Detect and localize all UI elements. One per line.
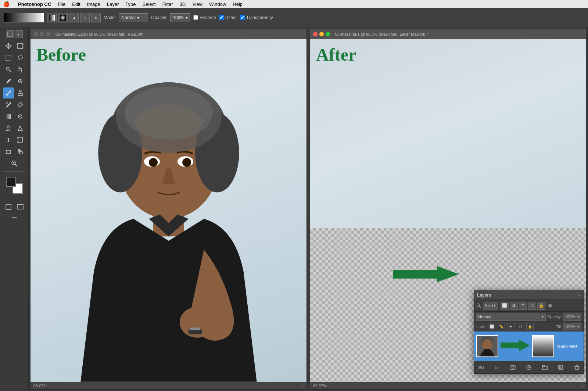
create-new-layer-btn[interactable] [556,363,565,372]
app-name[interactable]: Photoshop CC [18,1,51,7]
canvas-arrow [393,264,459,286]
before-scroll-arrow[interactable]: › [302,384,304,388]
layers-filter-row: Kind ▾ ⬜ ◑ T ⬡ 🔒 [474,300,584,312]
eraser-tool[interactable] [15,99,26,110]
opacity-value[interactable]: 100% ▾ [563,313,581,321]
add-mask-btn[interactable] [508,363,517,372]
svg-rect-17 [6,150,11,154]
filter-adjustment-icon[interactable]: ◑ [510,302,518,310]
layers-footer: fx [474,361,584,373]
svg-point-36 [125,87,213,140]
maximize-btn-before[interactable] [46,32,50,36]
angle-gradient-btn[interactable]: ◢ [69,13,79,22]
minimize-btn-before[interactable] [40,32,44,36]
gradient-preview[interactable] [4,13,44,22]
filter-type-icon[interactable]: T [519,302,527,310]
create-adjustment-btn[interactable] [524,363,533,372]
reflected-gradient-btn[interactable]: ◇ [80,13,90,22]
filter-pixel-icon[interactable]: ⬜ [501,302,509,310]
opacity-value[interactable]: 100% ▾ [170,13,190,22]
close-btn-after[interactable] [313,32,318,36]
rectangular-marquee-tool[interactable] [3,52,14,63]
history-brush-tool[interactable] [3,99,14,110]
menu-help[interactable]: Help [233,1,243,7]
menu-window[interactable]: Window [209,1,226,7]
radial-gradient-btn[interactable] [58,13,68,22]
dither-checkbox[interactable] [219,15,224,20]
foreground-color-swatch[interactable] [6,177,16,187]
after-doc-canvas[interactable]: After [310,39,586,382]
hand-tool[interactable] [15,146,26,157]
eyedropper-tool[interactable] [3,76,14,87]
svg-line-19 [15,164,17,166]
add-style-btn[interactable]: fx [492,363,501,372]
menu-file[interactable]: File [58,1,65,7]
artboard-tool[interactable] [15,40,26,51]
lock-transparent-btn[interactable]: ⬜ [488,323,495,330]
delete-layer-btn[interactable] [573,363,581,372]
minimize-btn-after[interactable] [319,32,324,36]
rectangle-tool[interactable] [3,146,14,157]
screen-mode-btn[interactable] [6,30,14,38]
screen-mode-normal[interactable] [3,201,14,212]
filter-shape-icon[interactable]: ⬡ [528,302,536,310]
dodge-tool[interactable] [3,123,14,134]
transparency-checkbox[interactable] [240,15,245,20]
reverse-checkbox[interactable] [193,15,198,20]
pen-tool[interactable] [15,123,26,134]
layer-mask-thumbnail [532,335,554,357]
layer-item[interactable]: Mask Me! [474,331,584,361]
svg-point-13 [19,126,21,127]
lock-position-btn[interactable]: ✛ [507,323,514,330]
quick-select-tool[interactable] [3,64,14,75]
gradient-tool[interactable] [3,111,14,122]
fill-value[interactable]: 100% ▾ [563,323,581,330]
svg-line-56 [480,306,481,308]
svg-point-55 [477,304,480,306]
diamond-gradient-btn[interactable]: ◈ [91,13,101,22]
crop-tool[interactable] [15,64,26,75]
lock-artboard-btn[interactable]: ⬡ [517,323,524,330]
blend-mode-dropdown[interactable]: Normal ▾ [476,313,546,321]
maximize-btn-after[interactable] [326,32,330,36]
clone-stamp-tool[interactable] [15,87,26,98]
more-tools-btn[interactable]: ••• [11,215,17,220]
layers-panel-menu-icon[interactable]: ≡ [578,292,581,298]
menu-view[interactable]: View [192,1,202,7]
lock-label: Lock: [476,324,486,329]
menu-select[interactable]: Select [142,1,155,7]
menu-layer[interactable]: Layer [107,1,119,7]
zoom-tool[interactable] [9,158,20,169]
blur-tool[interactable] [15,111,26,122]
filter-kind-dropdown[interactable]: Kind ▾ [483,302,498,310]
menu-filter[interactable]: Filter [162,1,173,7]
path-select-tool[interactable] [15,134,26,146]
lock-image-btn[interactable]: ✏️ [498,323,505,330]
mode-dropdown[interactable]: Normal ▾ [119,13,148,22]
menu-edit[interactable]: Edit [72,1,80,7]
color-swatches[interactable] [6,177,23,194]
menu-type[interactable]: Type [125,1,136,7]
reverse-checkbox-group: Reverse [193,15,216,20]
create-group-btn[interactable] [541,363,549,372]
link-layers-btn[interactable] [476,363,485,372]
svg-point-51 [404,87,492,140]
linear-gradient-btn[interactable] [47,13,57,22]
lock-all-btn[interactable]: 🔒 [526,323,534,330]
tool-preset-btn[interactable]: ▾ [15,30,23,38]
after-scroll-arrow[interactable]: › [582,384,583,388]
menu-3d[interactable]: 3D [180,1,186,7]
text-tool[interactable]: T [3,134,14,146]
filter-smart-icon[interactable]: 🔒 [537,302,545,310]
spot-healing-tool[interactable] [15,76,26,87]
move-tool[interactable] [3,40,14,51]
svg-point-15 [22,137,23,139]
close-btn-before[interactable] [33,32,38,36]
svg-point-8 [6,94,8,96]
screen-mode-full[interactable] [15,201,26,212]
lasso-tool[interactable] [15,52,26,63]
before-doc-canvas[interactable]: Before [31,39,306,382]
mode-label: Mode: [104,15,116,20]
brush-tool[interactable] [3,87,14,98]
menu-image[interactable]: Image [87,1,100,7]
